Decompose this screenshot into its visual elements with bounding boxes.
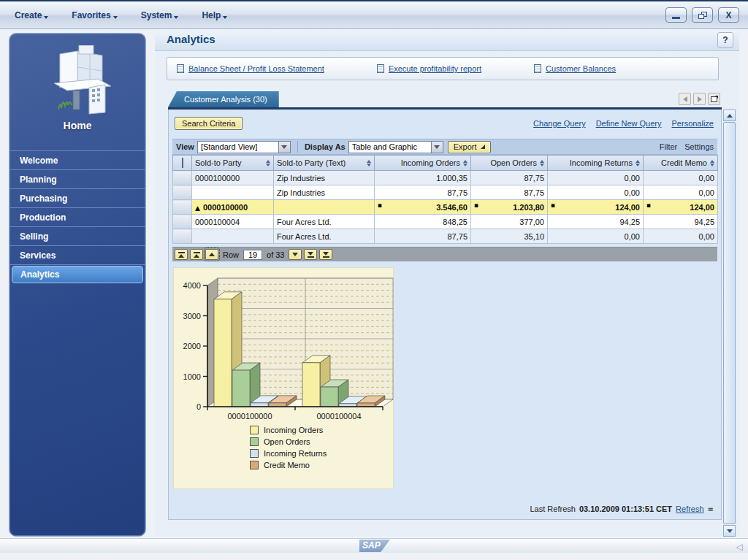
window-controls: X	[665, 7, 739, 23]
sidebar-item-analytics[interactable]: Analytics	[12, 266, 143, 283]
chevron-down-icon	[434, 145, 440, 149]
up-arrow-icon	[178, 254, 184, 258]
cell: 377,00	[471, 215, 548, 229]
cell: 87,75	[471, 171, 548, 185]
last-row-button[interactable]	[319, 249, 332, 260]
refresh-link[interactable]: Refresh	[676, 505, 704, 513]
cell-value: 0000100000	[203, 203, 248, 212]
svg-text:0000100000: 0000100000	[227, 412, 272, 421]
cell-hierarchy: ▲0000100000	[192, 200, 274, 215]
view-select[interactable]: [Standard View]	[197, 141, 291, 153]
cell: 0,00	[548, 171, 644, 185]
row-input[interactable]	[243, 250, 262, 260]
cell: 0000100004	[192, 215, 274, 229]
chart-panel: 0100020003000400000001000000000100004 In…	[173, 267, 394, 489]
menu-caret-icon	[174, 16, 178, 19]
cell-value: 124,00	[615, 203, 640, 212]
cell: 35,10	[471, 229, 548, 244]
page-title: Analytics	[167, 33, 215, 45]
col-header-open-orders[interactable]: Open Orders	[471, 156, 548, 171]
legend-swatch	[250, 461, 259, 469]
collapse-icon[interactable]: ▲	[195, 204, 200, 212]
define-new-query-link[interactable]: Define New Query	[596, 119, 662, 128]
prev-row-button[interactable]	[205, 249, 218, 260]
quick-link-customer-balances[interactable]: Customer Balances	[534, 64, 616, 73]
tab-next-button[interactable]	[693, 93, 706, 105]
view-select-value: [Standard View]	[198, 142, 278, 153]
view-select-button[interactable]	[278, 142, 290, 153]
display-as-select[interactable]: Table and Graphic	[348, 141, 443, 153]
titlebar: Create Favorites System Help X	[0, 0, 748, 29]
menubar: Create Favorites System Help	[0, 1, 748, 20]
col-header-incoming-orders[interactable]: Incoming Orders	[375, 156, 471, 171]
menu-create[interactable]: Create	[15, 10, 48, 20]
close-button[interactable]: X	[718, 7, 739, 23]
svg-text:2000: 2000	[183, 342, 201, 350]
tab-customer-analysis[interactable]: Customer Analysis (30)	[168, 91, 279, 107]
menu-create-label: Create	[15, 10, 42, 20]
menu-system[interactable]: System	[141, 10, 179, 20]
display-as-button[interactable]	[431, 142, 443, 153]
sidebar-item-purchasing[interactable]: Purchasing	[9, 189, 145, 208]
page-down-button[interactable]	[304, 249, 317, 260]
next-row-button[interactable]	[289, 249, 302, 260]
legend-item: Credit Memo	[250, 461, 393, 469]
scroll-up-button[interactable]	[723, 110, 736, 121]
first-row-button[interactable]	[175, 249, 188, 260]
row-selector[interactable]	[173, 171, 192, 185]
sidebar-item-welcome[interactable]: Welcome	[9, 151, 145, 170]
settings-link[interactable]: Settings	[684, 142, 714, 151]
row-selector[interactable]	[173, 185, 192, 200]
refresh-menu-icon[interactable]: ≡	[708, 505, 714, 513]
page-up-button[interactable]	[190, 249, 203, 260]
search-criteria-button[interactable]: Search Criteria	[175, 117, 243, 130]
sidebar-item-services[interactable]: Services	[9, 246, 145, 265]
quick-link-profitability-report[interactable]: Execute profitability report	[377, 64, 481, 73]
drill-bullet-icon: ▪	[474, 202, 478, 209]
col-label: Open Orders	[490, 158, 537, 167]
bar-icon	[178, 252, 185, 253]
quick-link-balance-sheet[interactable]: Balance Sheet / Profit Loss Statement	[177, 64, 324, 73]
export-button[interactable]: Export	[448, 141, 491, 153]
col-header-sold-to-party-text[interactable]: Sold-to Party (Text)	[274, 156, 375, 171]
customer-analysis-panel: Search Criteria Change Query Define New …	[168, 110, 722, 520]
col-header-credit-memo[interactable]: Credit Memo	[644, 156, 718, 171]
cell: 0,00	[548, 185, 644, 200]
select-all-header[interactable]	[173, 156, 192, 171]
detach-button[interactable]	[708, 93, 720, 105]
filter-link[interactable]: Filter	[660, 142, 677, 151]
row-selector[interactable]	[173, 200, 192, 215]
tab-prev-button[interactable]	[679, 93, 691, 105]
legend-item: Incoming Returns	[250, 449, 393, 458]
sidebar-item-planning[interactable]: Planning	[9, 170, 145, 189]
document-icon	[534, 64, 541, 73]
sidebar-item-selling[interactable]: Selling	[9, 227, 145, 246]
menu-favorites[interactable]: Favorites	[72, 10, 117, 20]
scroll-down-button[interactable]	[723, 525, 736, 537]
row-selector[interactable]	[173, 229, 192, 244]
menu-help[interactable]: Help	[202, 10, 227, 20]
cell: 848,25	[375, 215, 471, 229]
personalize-link[interactable]: Personalize	[672, 119, 714, 128]
cell-value: 124,00	[690, 203, 714, 212]
cell: 1.000,35	[375, 171, 471, 185]
sort-icon	[636, 160, 640, 166]
restore-button[interactable]	[692, 7, 713, 23]
close-icon: X	[725, 10, 731, 20]
help-button[interactable]: ?	[717, 32, 733, 48]
cell: 0,00	[644, 229, 718, 244]
sidebar-item-production[interactable]: Production	[9, 208, 145, 227]
row-selector[interactable]	[173, 215, 192, 229]
col-header-sold-to-party[interactable]: Sold-to Party	[192, 156, 274, 171]
legend-swatch	[250, 426, 259, 434]
header-row: Sold-to Party Sold-to Party (Text) Incom…	[173, 156, 718, 171]
left-arrow-icon	[683, 96, 687, 102]
change-query-link[interactable]: Change Query	[533, 119, 586, 128]
down-arrow-icon	[323, 252, 329, 256]
scroll-thumb[interactable]	[723, 122, 736, 524]
minimize-button[interactable]	[665, 7, 687, 23]
col-header-incoming-returns[interactable]: Incoming Returns	[548, 156, 644, 171]
cell: ▪1.203,80	[471, 200, 548, 215]
bar-icon	[194, 252, 200, 253]
cell: ▪3.546,60	[375, 200, 471, 215]
